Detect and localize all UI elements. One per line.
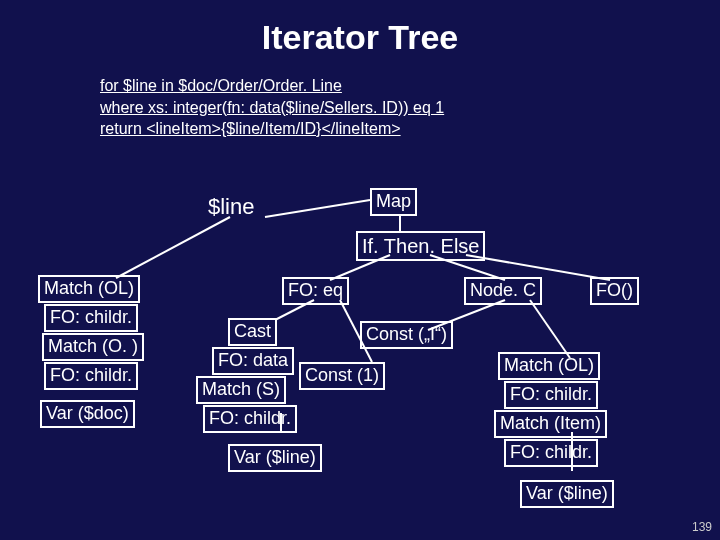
node-fo-data: FO: data (212, 347, 294, 375)
node-line: $line (208, 194, 254, 220)
node-fo-eq: FO: eq (282, 277, 349, 305)
node-ifthenelse: If. Then. Else (356, 231, 485, 261)
node-match-o: Match (O. ) (42, 333, 144, 361)
node-fo-childr-5: FO: childr. (504, 439, 598, 467)
query-code: for $line in $doc/Order/Order. Line wher… (100, 75, 720, 140)
node-const-i: Const („I“) (360, 321, 453, 349)
node-fo-childr-2: FO: childr. (44, 362, 138, 390)
svg-line-9 (530, 300, 570, 358)
node-match-ol-1: Match (OL) (38, 275, 140, 303)
node-nodec: Node. C (464, 277, 542, 305)
node-map: Map (370, 188, 417, 216)
node-var-doc: Var ($doc) (40, 400, 135, 428)
node-match-ol-2: Match (OL) (498, 352, 600, 380)
node-var-line-1: Var ($line) (228, 444, 322, 472)
node-match-item: Match (Item) (494, 410, 607, 438)
code-line-2: where xs: integer(fn: data($line/Sellers… (100, 97, 720, 119)
svg-line-1 (265, 200, 370, 217)
page-title: Iterator Tree (0, 0, 720, 57)
svg-line-0 (116, 217, 230, 278)
node-cast: Cast (228, 318, 277, 346)
code-line-3: return <lineItem>{$line/Item/ID}</lineIt… (100, 118, 720, 140)
node-fo: FO() (590, 277, 639, 305)
node-const-1: Const (1) (299, 362, 385, 390)
node-fo-childr-4: FO: childr. (504, 381, 598, 409)
node-var-line-2: Var ($line) (520, 480, 614, 508)
node-fo-childr-1: FO: childr. (44, 304, 138, 332)
code-line-1: for $line in $doc/Order/Order. Line (100, 75, 720, 97)
node-match-s: Match (S) (196, 376, 286, 404)
page-number: 139 (692, 520, 712, 534)
node-fo-childr-3: FO: childr. (203, 405, 297, 433)
